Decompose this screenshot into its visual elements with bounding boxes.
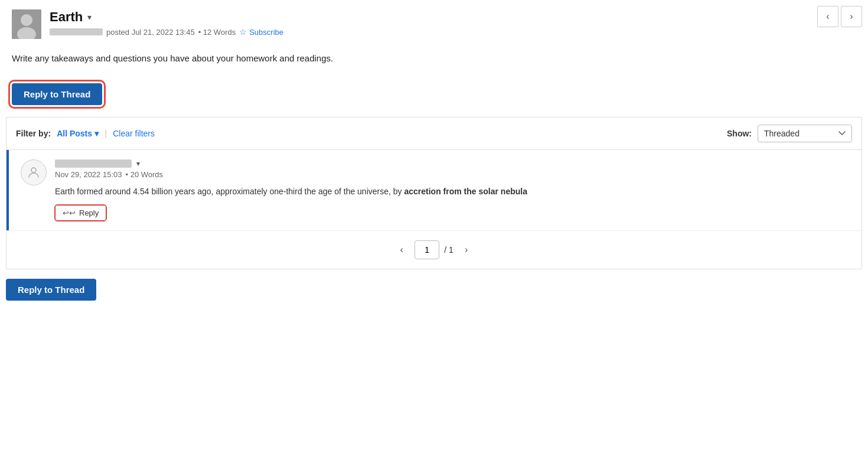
reply-thread-bottom-container: Reply to Thread [6, 279, 862, 301]
all-posts-chevron-icon: ▾ [94, 129, 99, 138]
thread-body-text: Write any takeaways and questions you ha… [12, 53, 333, 63]
page-input[interactable] [415, 240, 439, 259]
post-content: ▾ Nov 29, 2022 15:03 • 20 Words Earth fo… [55, 159, 852, 221]
post-body: Earth formed around 4.54 billion years a… [55, 185, 852, 198]
svg-point-3 [31, 168, 36, 172]
svg-point-1 [21, 14, 32, 26]
page-wrapper: ‹ › Earth ▾ posted Jul 21, 2022 13:45 • … [0, 0, 868, 453]
thread-meta: posted Jul 21, 2022 13:45 • 12 Words ☆ S… [50, 27, 283, 37]
post-left-border [6, 150, 9, 230]
filter-separator: | [105, 128, 107, 139]
word-count: • 12 Words [198, 28, 236, 37]
clear-filters-button[interactable]: Clear filters [113, 129, 155, 138]
post-author-dropdown-icon[interactable]: ▾ [136, 159, 140, 168]
thread-title-row: Earth ▾ [50, 9, 283, 25]
all-posts-label: All Posts [57, 129, 92, 138]
reply-button[interactable]: ↩↩ Reply [55, 205, 106, 221]
reply-thread-top-container: Reply to Thread [12, 83, 856, 105]
nav-next-button[interactable]: › [841, 6, 862, 27]
author-avatar [12, 9, 41, 39]
post-word-count: • 20 Words [125, 170, 163, 179]
thread-header: Earth ▾ posted Jul 21, 2022 13:45 • 12 W… [0, 0, 868, 45]
author-name-blurred [50, 28, 103, 35]
post-date: Nov 29, 2022 15:03 [55, 170, 122, 179]
post-body-bold: accretion from the solar nebula [404, 187, 527, 196]
thread-title: Earth [50, 9, 83, 25]
reply-icon: ↩↩ [63, 208, 76, 217]
nav-prev-button[interactable]: ‹ [817, 6, 838, 27]
reply-thread-top-button[interactable]: Reply to Thread [12, 83, 102, 105]
all-posts-dropdown[interactable]: All Posts ▾ [57, 129, 99, 138]
post-body-text: Earth formed around 4.54 billion years a… [55, 187, 404, 196]
pagination-area: ‹ / 1 › [6, 231, 862, 269]
subscribe-link[interactable]: ☆ Subscribe [239, 27, 283, 37]
post-author-blurred [55, 159, 132, 168]
post-meta: Nov 29, 2022 15:03 • 20 Words [55, 170, 852, 179]
header-info: Earth ▾ posted Jul 21, 2022 13:45 • 12 W… [50, 9, 283, 37]
page-total: / 1 [444, 245, 453, 255]
page-prev-button[interactable]: ‹ [393, 242, 410, 258]
post-avatar [21, 159, 47, 185]
filter-label: Filter by: [16, 129, 51, 138]
thread-dropdown-icon[interactable]: ▾ [87, 12, 92, 22]
star-icon: ☆ [239, 27, 247, 37]
posted-date: posted Jul 21, 2022 13:45 [106, 28, 195, 37]
show-select[interactable]: Threaded Unthreaded [758, 125, 852, 142]
reply-thread-bottom-button[interactable]: Reply to Thread [6, 279, 96, 301]
thread-body: Write any takeaways and questions you ha… [0, 45, 868, 77]
reply-label: Reply [79, 208, 99, 217]
posts-container: Filter by: All Posts ▾ | Clear filters S… [6, 117, 862, 269]
show-label: Show: [727, 129, 752, 138]
post-author-row: ▾ [55, 159, 852, 168]
post-item: ▾ Nov 29, 2022 15:03 • 20 Words Earth fo… [6, 150, 862, 231]
nav-arrows: ‹ › [817, 6, 862, 27]
subscribe-label: Subscribe [249, 28, 283, 37]
filter-bar: Filter by: All Posts ▾ | Clear filters S… [6, 118, 862, 150]
page-next-button[interactable]: › [458, 242, 475, 258]
